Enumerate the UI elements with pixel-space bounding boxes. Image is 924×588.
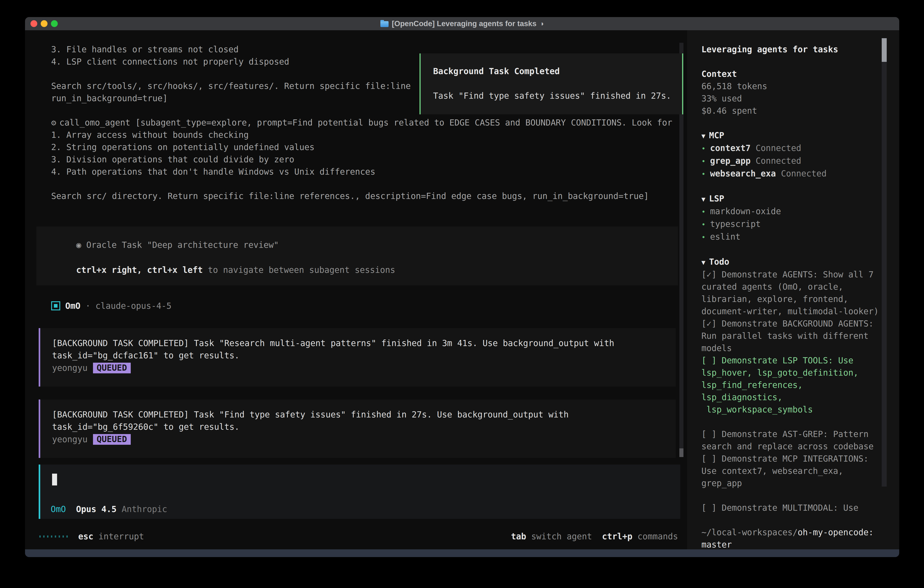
todo-item-pending: [ ] Demonstrate MCP INTEGRATIONS: Use co…: [701, 453, 888, 489]
lsp-item: •typescript: [701, 218, 888, 231]
oracle-task-box: ◉ Oracle Task "Deep architecture review"…: [36, 226, 678, 285]
ctrlp-key-hint: ctrl+p: [602, 532, 632, 542]
chevron-down-icon: ▼: [701, 195, 705, 203]
ctrlp-key-label: commands: [632, 532, 678, 542]
tab-key-hint: tab: [511, 532, 526, 542]
hint-keys: ctrl+x right, ctrl+x left: [76, 265, 203, 275]
chevron-down-icon: ▼: [701, 259, 705, 266]
todo-item-done: [✓] Demonstrate BACKGROUND AGENTS: Run p…: [701, 318, 888, 355]
mcp-item: •grep_app Connected: [701, 155, 888, 168]
traffic-lights: [30, 17, 58, 30]
todo-item-pending: [ ] Demonstrate AST-GREP: Pattern search…: [701, 428, 888, 453]
message-author: yeongyu: [52, 363, 87, 373]
message-author: yeongyu: [52, 434, 87, 444]
lsp-section-header[interactable]: ▼LSP: [701, 193, 888, 205]
separator: ·: [86, 301, 91, 311]
background-task-toast: Background Task Completed Task "Find typ…: [419, 53, 683, 114]
tool-call-arg-line: 3. Division operations that could divide…: [51, 154, 294, 166]
input-provider-name: Anthropic: [122, 504, 167, 514]
scrollback-line: 3. File handles or streams not closed: [51, 43, 239, 56]
context-used: 33% used: [701, 92, 888, 105]
terminal-window: [OpenCode] Leveraging agents for tasks ◑…: [25, 17, 899, 557]
gear-icon: ⚙: [51, 118, 56, 127]
window-title-text: [OpenCode] Leveraging agents for tasks: [392, 19, 536, 28]
scrollback-line: run_in_background=true]: [51, 92, 168, 105]
tab-key-label: switch agent: [526, 532, 592, 542]
close-button[interactable]: [30, 20, 37, 27]
subagent-nav-hint: ctrl+x right, ctrl+x left to navigate be…: [76, 264, 395, 276]
model-row: OmO Opus 4.5 Anthropic: [51, 503, 167, 515]
toast-body: Task "Find type safety issues" finished …: [433, 90, 671, 102]
tool-call-text: call_omo_agent [subagent_type=explore, p…: [59, 118, 672, 127]
status-dot-icon: •: [701, 170, 706, 178]
todo-item-active: [ ] Demonstrate LSP TOOLS: Use lsp_hover…: [701, 355, 888, 416]
status-dot-icon: •: [701, 221, 706, 228]
esc-key-label: interrupt: [94, 532, 144, 542]
window-bottom-bar: [25, 549, 899, 557]
status-badge: QUEUED: [93, 363, 131, 373]
esc-key-hint: esc: [78, 532, 94, 542]
tool-call-arg-line: 2. String operations on potentially unde…: [51, 141, 314, 154]
folder-icon: [380, 21, 389, 27]
lsp-item: •markdown-oxide: [701, 205, 888, 218]
tool-call-arg-line: Search src/ directory. Return specific f…: [51, 190, 649, 202]
text-cursor: [52, 474, 57, 486]
minimize-button[interactable]: [41, 20, 48, 27]
mcp-section-header[interactable]: ▼MCP: [701, 129, 888, 142]
prompt-input[interactable]: OmO Opus 4.5 Anthropic: [39, 464, 680, 519]
terminal-main: 3. File handles or streams not closed 4.…: [25, 30, 687, 549]
agent-model: claude-opus-4-5: [96, 301, 172, 311]
status-dot-icon: •: [701, 157, 706, 165]
spinner-dots-icon: [40, 535, 68, 537]
message-line: task_id="bg_6f59260c" to get results.: [52, 421, 239, 433]
tool-call-line: ⚙call_omo_agent [subagent_type=explore, …: [51, 117, 672, 129]
window-title: [OpenCode] Leveraging agents for tasks ◑: [380, 19, 544, 28]
lsp-item: •eslint: [701, 231, 888, 243]
zoom-button[interactable]: [51, 20, 58, 27]
status-badge: QUEUED: [93, 434, 131, 445]
workspace-path: ~/local-workspaces/oh-my-opencode:: [701, 526, 888, 538]
input-agent-name: OmO: [51, 504, 66, 514]
oracle-task-title: ◉ Oracle Task "Deep architecture review": [76, 239, 279, 251]
hint-text: to navigate between subagent sessions: [203, 265, 395, 275]
tool-call-arg-line: 4. Path operations that don't handle Win…: [51, 166, 375, 178]
activity-indicator-icon: ◑: [540, 20, 544, 28]
workspace-branch: master: [701, 538, 888, 549]
status-bar-right: tab switch agent ctrl+p commands: [511, 532, 678, 542]
status-dot-icon: •: [701, 145, 706, 153]
context-spent: $0.46 spent: [701, 105, 888, 117]
fisheye-icon: ◉: [76, 240, 81, 250]
session-title: Leveraging agents for tasks: [701, 43, 888, 56]
tool-call-arg-line: 1. Array access without bounds checking: [51, 129, 249, 141]
toast-title: Background Task Completed: [433, 65, 560, 78]
message-line: [BACKGROUND TASK COMPLETED] Task "Find t…: [52, 409, 569, 421]
sidebar-scrollbar[interactable]: [882, 38, 887, 487]
status-dot-icon: •: [701, 233, 706, 241]
todo-section-header[interactable]: ▼Todo: [701, 256, 888, 269]
mcp-item: •context7 Connected: [701, 142, 888, 155]
message-line: [BACKGROUND TASK COMPLETED] Task "Resear…: [52, 337, 614, 350]
todo-item-pending: [ ] Demonstrate MULTIMODAL: Use: [701, 502, 888, 514]
mcp-item: •websearch_exa Connected: [701, 168, 888, 180]
chevron-down-icon: ▼: [701, 132, 705, 140]
sidebar: Leveraging agents for tasks Context 66,5…: [687, 30, 899, 549]
chat-message: [BACKGROUND TASK COMPLETED] Task "Find t…: [39, 400, 676, 458]
agent-header: OmO · claude-opus-4-5: [51, 300, 172, 312]
chat-message: [BACKGROUND TASK COMPLETED] Task "Resear…: [39, 328, 676, 386]
agent-square-icon: [51, 301, 60, 311]
titlebar: [OpenCode] Leveraging agents for tasks ◑: [25, 17, 899, 30]
sidebar-scrollbar-thumb[interactable]: [882, 38, 887, 62]
status-dot-icon: •: [701, 208, 706, 216]
chat-scrollbar-thumb[interactable]: [679, 448, 683, 457]
context-tokens: 66,518 tokens: [701, 80, 888, 92]
status-bar: esc interrupt tab switch agent ctrl+p co…: [40, 530, 678, 543]
todo-item-done: [✓] Demonstrate AGENTS: Show all 7 curat…: [701, 269, 888, 318]
desktop: [OpenCode] Leveraging agents for tasks ◑…: [0, 0, 924, 588]
scrollback-line: Search src/tools/, src/hooks/, src/featu…: [51, 80, 411, 92]
context-header: Context: [701, 68, 888, 80]
message-line: task_id="bg_dcfac161" to get results.: [52, 350, 239, 362]
input-model-name: Opus 4.5: [76, 504, 116, 514]
agent-name: OmO: [65, 301, 81, 311]
scrollback-line: 4. LSP client connections not properly d…: [51, 56, 289, 68]
